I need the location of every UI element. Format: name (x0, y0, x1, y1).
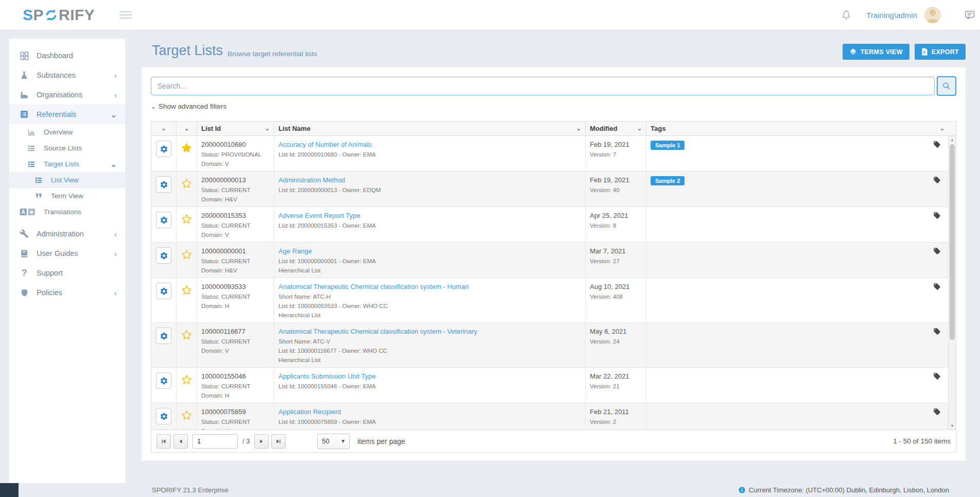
list-name-link[interactable]: Application Recipient (278, 408, 341, 416)
modified-cell: Mar 22, 2021 Version: 21 (585, 368, 646, 403)
tag-icon[interactable] (933, 283, 941, 290)
list-status: Status: CURRENT (201, 383, 270, 389)
tags-cell (646, 368, 948, 403)
column-menu-actions[interactable]: ⌄ (151, 122, 176, 135)
sidebar-item-administration[interactable]: Administration ‹ (9, 224, 125, 244)
column-header-list-name[interactable]: List Name ⌄ (274, 122, 585, 135)
row-settings-button[interactable] (156, 283, 171, 299)
table-row[interactable]: 200000010680 Status: PROVISIONAL Domain:… (151, 136, 948, 172)
row-settings-button[interactable] (156, 176, 171, 193)
tag-icon[interactable] (933, 408, 941, 416)
previous-page-button[interactable] (173, 434, 188, 449)
row-settings-button[interactable] (156, 372, 171, 389)
list-domain: Domain: H (201, 428, 270, 430)
row-settings-button[interactable] (156, 408, 171, 424)
star-icon[interactable] (181, 330, 192, 340)
sidebar-item-user-guides[interactable]: User Guides ‹ (9, 244, 125, 263)
actions-cell (151, 368, 176, 403)
list-id-value: 100000093533 (201, 283, 270, 290)
sidebar-item-translations[interactable]: A ★ Translations (9, 204, 125, 220)
tag-icon[interactable] (933, 141, 941, 148)
tag-icon[interactable] (933, 372, 941, 380)
page-size-select[interactable]: 50 ▼ (317, 434, 350, 449)
star-icon[interactable] (181, 178, 192, 189)
list-details: List Id: 200000015353 - Owner: EMA (278, 222, 581, 229)
sidebar-item-policies[interactable]: Policies ‹ (9, 283, 125, 302)
feedback-chat-icon[interactable] (964, 9, 976, 21)
list-name-link[interactable]: Administration Method (278, 176, 345, 184)
star-icon[interactable] (181, 143, 192, 153)
tag-badges: Sample 1 (651, 141, 685, 149)
terms-view-button[interactable]: TERMS VIEW (843, 44, 909, 60)
sidebar-item-referentials[interactable]: Referentials ⌄ (9, 105, 125, 124)
row-settings-button[interactable] (156, 328, 171, 344)
sidebar-item-dashboard[interactable]: Dashboard (9, 46, 125, 65)
row-settings-button[interactable] (156, 212, 171, 228)
list-name-link[interactable]: Anatomical Therapeutic Chemical classifi… (278, 328, 477, 335)
list-status: Status: CURRENT (201, 187, 270, 193)
list-detail-line: List Id: 200000015353 - Owner: EMA (278, 222, 581, 229)
last-page-button[interactable] (271, 434, 286, 449)
list-details: List Id: 200000010680 - Owner: EMA (278, 151, 581, 158)
notifications-bell-icon[interactable] (841, 9, 852, 21)
star-icon[interactable] (181, 249, 192, 260)
tags-cell (646, 207, 948, 242)
list-name-link[interactable]: Anatomical Therapeutic Chemical classifi… (278, 283, 469, 290)
star-icon[interactable] (181, 285, 192, 296)
show-advanced-filters-link[interactable]: ⌄ Show advanced filters (151, 102, 226, 110)
column-header-tags[interactable]: Tags ⌄ (646, 122, 956, 135)
avatar[interactable] (924, 7, 941, 23)
sidebar-item-overview[interactable]: Overview (9, 124, 125, 140)
first-page-button[interactable] (156, 434, 171, 449)
star-icon[interactable] (181, 410, 192, 421)
row-settings-button[interactable] (156, 247, 171, 264)
sporify-logo[interactable]: SP RIFY (23, 6, 95, 24)
tag-icon[interactable] (933, 212, 941, 219)
sidebar-item-support[interactable]: ? Support (9, 263, 125, 283)
vertical-scrollbar[interactable]: ▲ ▼ (948, 136, 956, 430)
table-row[interactable]: 100000000001 Status: CURRENT Domain: H&V… (151, 243, 948, 278)
list-name-link[interactable]: Age Range (278, 247, 312, 255)
sidebar-item-term-view[interactable]: Term View (9, 188, 125, 204)
sidebar-item-source-lists[interactable]: Source Lists (9, 140, 125, 156)
column-header-list-id[interactable]: List Id ⌄ (197, 122, 274, 135)
chevron-down-icon: ⌄ (161, 125, 166, 132)
row-settings-button[interactable] (156, 141, 171, 157)
user-menu[interactable]: Training\admin (866, 11, 917, 20)
page-number-input[interactable] (192, 434, 238, 449)
list-icon (33, 176, 44, 184)
tag-icon[interactable] (933, 176, 941, 184)
export-button[interactable]: EXPORT (915, 44, 966, 60)
star-icon[interactable] (181, 214, 192, 225)
version-label: Version: 21 (590, 383, 642, 389)
tag-icon[interactable] (933, 328, 941, 335)
sidebar-item-target-lists[interactable]: Target Lists ⌄ (9, 156, 125, 172)
list-details: List Id: 100000075859 - Owner: EMA (278, 419, 581, 425)
search-button[interactable] (937, 76, 956, 96)
sidebar-item-organisations[interactable]: Organisations ‹ (9, 85, 125, 105)
search-input[interactable] (151, 77, 935, 95)
list-id-value: 200000010680 (201, 141, 270, 148)
table-row[interactable]: 100000093533 Status: CURRENT Domain: H A… (151, 278, 948, 323)
sidebar-item-substances[interactable]: Substances ‹ (9, 65, 125, 85)
next-page-button[interactable] (254, 434, 269, 449)
scrollbar-thumb[interactable] (950, 144, 955, 340)
tag-icon[interactable] (933, 247, 941, 255)
column-menu-favorites[interactable]: ⌄ (176, 122, 197, 135)
sidebar-item-list-view[interactable]: List View (9, 172, 125, 188)
list-name-link[interactable]: Adverse Event Report Type (278, 212, 360, 219)
list-name-link[interactable]: Applicants Submission Unit Type (278, 372, 376, 380)
logo-circular-arrow-icon (44, 8, 59, 22)
column-header-modified[interactable]: Modified ⌄ (585, 122, 646, 135)
table-row[interactable]: 100000075859 Status: CURRENT Domain: H A… (151, 403, 948, 430)
table-row[interactable]: 100000155046 Status: CURRENT Domain: H A… (151, 368, 948, 403)
scroll-down-arrow[interactable]: ▼ (949, 422, 956, 430)
table-row[interactable]: 200000015353 Status: CURRENT Domain: V A… (151, 207, 948, 243)
table-row[interactable]: 200000000013 Status: CURRENT Domain: H&V… (151, 172, 948, 207)
list-name-link[interactable]: Accuracy of Number of Animals (278, 141, 372, 148)
star-icon[interactable] (181, 374, 192, 385)
list-id-value: 100000155046 (201, 372, 270, 380)
scroll-up-arrow[interactable]: ▲ (949, 136, 956, 144)
menu-toggle-icon[interactable] (119, 9, 132, 21)
table-row[interactable]: 100000116677 Status: CURRENT Domain: V A… (151, 323, 948, 368)
